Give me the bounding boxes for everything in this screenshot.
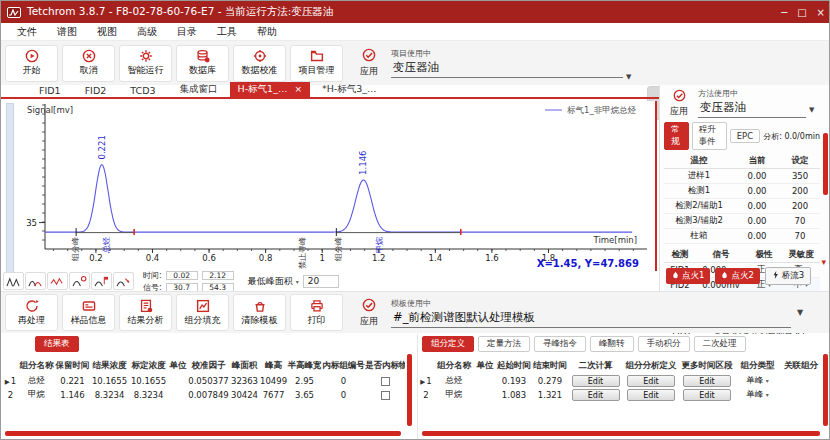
menu-item-catalog[interactable]: 目录 xyxy=(169,25,205,39)
reprocess-button[interactable]: 再处理 xyxy=(5,294,58,331)
more-time-segments-edit-button[interactable]: Edit xyxy=(683,375,731,387)
temp-row[interactable]: 进样10.00350 xyxy=(664,169,820,184)
component-type-dropdown-icon[interactable]: ▾ xyxy=(766,377,769,384)
internal-standard-checkbox[interactable] xyxy=(381,377,390,386)
tab-component-definition[interactable]: 组分定义 xyxy=(422,336,474,352)
ignite1-button[interactable]: 点火1 xyxy=(666,268,710,284)
database-button[interactable]: 数据库 xyxy=(176,45,229,82)
menu-item-help[interactable]: 帮助 xyxy=(249,25,285,39)
tab-standard-gas-1[interactable]: H-标气1_… × xyxy=(230,82,310,97)
min-peak-area-dropdown-icon[interactable]: ▾ xyxy=(296,278,299,285)
definition-row[interactable]: ▶1 总烃 0.1930.279 Edit Edit Edit 单峰 ▾ xyxy=(418,374,822,388)
tab-results-table[interactable]: 结果表 xyxy=(35,336,79,352)
secondary-calc-edit-button[interactable]: Edit xyxy=(572,389,620,401)
project-management-button[interactable]: 项目管理 xyxy=(290,45,343,82)
method-dropdown-icon[interactable]: ▼ xyxy=(809,106,814,118)
overlap-peak-tool-button[interactable] xyxy=(25,272,46,290)
tab-peak-search-command[interactable]: 寻峰指令 xyxy=(534,336,586,352)
result-analysis-button[interactable]: 结果分析 xyxy=(119,294,172,331)
tab-standard-gas-3-modified[interactable]: *H-标气3_… xyxy=(310,82,389,97)
temp-row[interactable]: 检测10.00200 xyxy=(664,184,820,199)
panel-expand-chevron-icon[interactable]: ▾ xyxy=(821,257,826,267)
internal-standard-checkbox[interactable] xyxy=(381,391,390,400)
component-analysis-edit-button[interactable]: Edit xyxy=(627,389,675,401)
maximize-button[interactable]: □ xyxy=(797,7,806,18)
clear-template-button[interactable]: 清除模板 xyxy=(233,294,286,331)
tab-close-icon[interactable]: × xyxy=(294,85,302,94)
menu-item-view[interactable]: 视图 xyxy=(89,25,125,39)
chart-right-scrollbar[interactable] xyxy=(655,101,657,271)
svg-text:35: 35 xyxy=(26,218,37,228)
component-analysis-edit-button[interactable]: Edit xyxy=(627,375,675,387)
apply-project-button[interactable]: 应用 xyxy=(351,48,387,78)
tab-peak-invert[interactable]: 峰翻转 xyxy=(590,336,634,352)
menu-item-tools[interactable]: 工具 xyxy=(209,25,245,39)
tab-fid2[interactable]: FID2 xyxy=(73,84,119,97)
result-row[interactable]: ▶1 总烃0.221 10.165510.1655 0.050377 32363… xyxy=(3,374,405,388)
peak-flag-tool-button[interactable] xyxy=(91,272,112,290)
svg-text:组分峰: 组分峰 xyxy=(71,237,80,262)
bridge-current-button[interactable]: 桥流3 xyxy=(765,267,811,285)
temp-row[interactable]: 柱箱0.0070 xyxy=(664,229,820,244)
results-horizontal-scrollbar[interactable] xyxy=(5,431,401,436)
refresh-icon xyxy=(25,299,39,313)
tab-fid1[interactable]: FID1 xyxy=(27,84,73,97)
tab-quantitation-method[interactable]: 定量方法 xyxy=(478,336,530,352)
apply-method-button[interactable]: 应用 xyxy=(664,88,694,118)
tab-epc[interactable]: EPC xyxy=(730,129,760,143)
time-from-field[interactable]: 0.02 xyxy=(166,271,198,280)
template-dropdown-icon[interactable]: ▼ xyxy=(797,308,803,317)
results-vertical-scrollbar[interactable] xyxy=(407,354,412,426)
component-fill-button[interactable]: 组分填充 xyxy=(176,294,229,331)
peak-arrow-tool-button[interactable] xyxy=(113,272,134,290)
method-panel-scrollbar[interactable] xyxy=(823,133,828,195)
menu-item-file[interactable]: 文件 xyxy=(9,25,45,39)
menu-item-advanced[interactable]: 高级 xyxy=(129,25,165,39)
time-to-field[interactable]: 2.12 xyxy=(202,271,234,280)
temp-row[interactable]: 检测2/辅助10.00200 xyxy=(664,199,820,214)
apply-template-button[interactable]: 应用 xyxy=(351,298,387,328)
tab-integrated-window[interactable]: 集成窗口 xyxy=(168,82,230,97)
project-in-use-field[interactable]: 项目使用中 变压器油 xyxy=(391,48,623,78)
peak-exclude-tool-button[interactable] xyxy=(69,272,90,290)
ignite-controls: 点火1 点火2 桥流3 xyxy=(666,267,811,285)
temp-row[interactable]: 检测3/辅助20.0070 xyxy=(664,214,820,229)
tab-general[interactable]: 常规 xyxy=(664,122,689,150)
definition-row[interactable]: 2 甲烷 1.0831.321 Edit Edit Edit 单峰 ▾ xyxy=(418,388,822,402)
svg-text:0.6: 0.6 xyxy=(202,253,216,263)
result-row[interactable]: 2 甲烷1.146 8.32348.3234 0.007849 30424767… xyxy=(3,388,405,402)
processing-toolbar: 再处理 样品信息 结果分析 组分填充 清除模板 打印 应用 模板使用中 #_前检 xyxy=(1,291,830,333)
definition-vertical-scrollbar[interactable] xyxy=(823,354,828,426)
ignite2-button[interactable]: 点火2 xyxy=(715,268,759,284)
tab-secondary-processing[interactable]: 二次处理 xyxy=(694,336,746,352)
template-in-use-field[interactable]: 模板使用中 #_前检测谱图默认处理模板 xyxy=(391,298,791,328)
chromatogram-plot[interactable]: 350.20.40.60.811.21.41.61.80.2211.146组分峰… xyxy=(19,101,655,271)
tab-manual-integration[interactable]: 手动积分 xyxy=(638,336,690,352)
menu-item-spectrum[interactable]: 谱图 xyxy=(49,25,85,39)
method-in-use-field[interactable]: 方法使用中 变压器油 xyxy=(698,88,806,118)
component-type-dropdown-icon[interactable]: ▾ xyxy=(766,391,769,398)
definition-horizontal-scrollbar[interactable] xyxy=(422,431,820,436)
start-button[interactable]: 开始 xyxy=(5,45,58,82)
dual-peak-tool-button[interactable] xyxy=(3,272,24,290)
print-button[interactable]: 打印 xyxy=(290,294,343,331)
zigzag-tool-button[interactable] xyxy=(47,272,68,290)
project-value: 变压器油 xyxy=(391,59,623,78)
data-calibration-button[interactable]: 数据校准 xyxy=(233,45,286,82)
secondary-calc-edit-button[interactable]: Edit xyxy=(572,375,620,387)
close-button[interactable]: × xyxy=(817,7,825,18)
app-window: Tetchrom 3.8.7 - F8-02-78-60-76-E7 - 当前运… xyxy=(0,0,830,440)
cancel-button[interactable]: 取消 xyxy=(62,45,115,82)
tab-tcd3[interactable]: TCD3 xyxy=(118,84,167,97)
min-peak-area-field[interactable]: 20 xyxy=(303,275,339,288)
method-tabs: 常规 程升事件 EPC 分析: 0.0/0min xyxy=(660,119,830,152)
left-collapsed-panel[interactable] xyxy=(6,103,14,285)
minimize-button[interactable]: ─ xyxy=(781,7,787,18)
more-time-segments-edit-button[interactable]: Edit xyxy=(683,389,731,401)
analysis-status: 分析: 0.0/0min xyxy=(763,131,828,142)
min-peak-area-label: 最低峰面积 ▾ xyxy=(248,275,299,288)
project-dropdown-icon[interactable]: ▼ xyxy=(626,73,631,85)
tab-temp-program-events[interactable]: 程升事件 xyxy=(692,122,727,150)
smart-run-button[interactable]: 智能运行 xyxy=(119,45,172,82)
sample-info-button[interactable]: 样品信息 xyxy=(62,294,115,331)
